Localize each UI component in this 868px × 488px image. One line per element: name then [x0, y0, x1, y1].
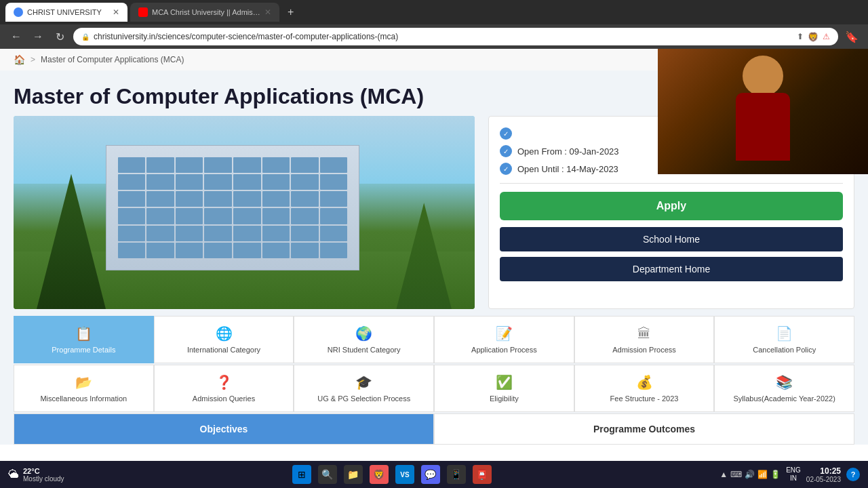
tab-close-2[interactable]: ✕ [264, 7, 271, 17]
tab-favicon-yt [138, 7, 148, 17]
cancellation-icon: 📄 [776, 325, 793, 342]
speaker-icon[interactable]: 🔊 [745, 470, 755, 479]
browser-chrome: CHRIST UNIVERSITY ✕ MCA Christ Universit… [0, 0, 868, 49]
home-icon[interactable]: 🏠 [14, 54, 25, 65]
vscode-taskbar-icon[interactable]: VS [395, 465, 414, 484]
tab-ug-pg-selection[interactable]: 🎓 UG & PG Selection Process [294, 365, 434, 412]
lock-icon: 🔒 [81, 33, 90, 41]
webcam-person [658, 49, 868, 174]
share-button[interactable]: ⬆ [797, 32, 804, 41]
app1-taskbar-icon[interactable]: 📱 [447, 465, 466, 484]
bottom-tabs: Objectives Programme Outcomes [14, 413, 854, 445]
programme-icon: 📋 [75, 325, 92, 342]
keyboard-icon: ⌨ [730, 470, 742, 479]
clock-time: 10:25 [806, 466, 841, 476]
search-taskbar-button[interactable]: 🔍 [318, 465, 337, 484]
tab-admission-queries[interactable]: ❓ Admission Queries [154, 365, 294, 412]
breadcrumb-separator: > [31, 55, 35, 64]
tab-title-2: MCA Christ University || Admission Pr... [152, 8, 260, 16]
tabs-row-1: 📋 Programme Details 🌐 International Cate… [14, 316, 854, 363]
check-icon: ✓ [500, 127, 512, 140]
apply-button[interactable]: Apply [500, 192, 843, 220]
tab-miscellaneous[interactable]: 📂 Miscellaneous Information [14, 365, 154, 412]
breadcrumb-current: Master of Computer Applications (MCA) [41, 55, 184, 64]
tab-favicon-chrome [14, 7, 23, 17]
back-button[interactable]: ← [8, 28, 24, 45]
address-bar: ← → ↻ 🔒 christuniversity.in/sciences/com… [0, 24, 868, 49]
misc-icon: 📂 [75, 374, 92, 390]
building-windows [115, 155, 351, 261]
building-image [14, 116, 475, 309]
tree-left [37, 174, 106, 310]
windows-start-button[interactable]: ⊞ [292, 465, 311, 484]
taskbar-center: ⊞ 🔍 📁 🦁 VS 💬 📱 📮 [70, 465, 715, 484]
queries-label: Admission Queries [193, 394, 255, 403]
tab-application-process[interactable]: 📝 Application Process [434, 316, 574, 363]
warning-icon[interactable]: ⚠ [823, 32, 830, 41]
lang-in: IN [786, 474, 801, 483]
tab-international-category[interactable]: 🌐 International Category [154, 316, 294, 363]
file-explorer-button[interactable]: 📁 [344, 465, 363, 484]
tab-close-1[interactable]: ✕ [113, 7, 119, 17]
language-indicator: ENG IN [786, 466, 801, 483]
fee-label: Fee Structure - 2023 [610, 394, 679, 403]
discord-taskbar-icon[interactable]: 💬 [421, 465, 440, 484]
new-tab-button[interactable]: + [282, 6, 299, 18]
bottom-tab-outcomes[interactable]: Programme Outcomes [434, 413, 854, 445]
open-until-text: Open Until : 14-May-2023 [517, 164, 618, 174]
open-until-icon: ✓ [500, 163, 512, 175]
tab-yt[interactable]: MCA Christ University || Admission Pr...… [130, 3, 279, 22]
lang-eng: ENG [786, 466, 801, 474]
tab-bar: CHRIST UNIVERSITY ✕ MCA Christ Universit… [0, 0, 868, 24]
tab-eligibility[interactable]: ✅ Eligibility [434, 365, 574, 412]
queries-icon: ❓ [216, 374, 233, 390]
tray-up-arrow[interactable]: ▲ [719, 470, 728, 479]
syllabus-label: Syllabus(Academic Year-2022) [733, 394, 835, 403]
taskbar: 🌥 22°C Mostly cloudy ⊞ 🔍 📁 🦁 VS 💬 📱 📮 ▲ … [0, 461, 868, 488]
application-label: Application Process [471, 346, 537, 354]
help-icon[interactable]: ? [846, 468, 860, 481]
tab-admission-process[interactable]: 🏛 Admission Process [574, 316, 715, 363]
webcam-overlay [658, 49, 868, 174]
international-label: International Category [187, 346, 260, 354]
admission-icon: 🏛 [637, 326, 651, 342]
weather-info: 🌥 22°C Mostly cloudy [8, 467, 64, 483]
open-from-text: Open From : 09-Jan-2023 [517, 146, 619, 157]
application-icon: 📝 [496, 325, 513, 342]
brave-icon[interactable]: 🦁 [808, 32, 818, 42]
url-text: christuniversity.in/sciences/computer-sc… [94, 32, 793, 41]
tab-title-1: CHRIST UNIVERSITY [27, 8, 108, 16]
tab-programme-details[interactable]: 📋 Programme Details [14, 316, 154, 363]
app2-taskbar-icon[interactable]: 📮 [473, 465, 492, 484]
fee-icon: 💰 [636, 374, 653, 390]
taskbar-right: ▲ ⌨ 🔊 📶 🔋 ENG IN 10:25 02-05-2023 ? [719, 466, 860, 483]
open-from-icon: ✓ [500, 145, 512, 157]
programme-label: Programme Details [52, 346, 115, 354]
bookmark-button[interactable]: 🔖 [844, 28, 860, 45]
network-icon[interactable]: 📶 [757, 470, 768, 479]
tab-nri-student-category[interactable]: 🌍 NRI Student Category [294, 316, 434, 363]
admission-label: Admission Process [612, 346, 676, 354]
divider [500, 183, 843, 184]
tab-syllabus[interactable]: 📚 Syllabus(Academic Year-2022) [714, 365, 854, 412]
school-home-button[interactable]: School Home [500, 227, 843, 251]
tab-cancellation-policy[interactable]: 📄 Cancellation Policy [714, 316, 854, 363]
reload-button[interactable]: ↻ [52, 28, 68, 45]
brave-taskbar-icon[interactable]: 🦁 [370, 465, 389, 484]
forward-button[interactable]: → [30, 28, 46, 45]
tab-fee-structure[interactable]: 💰 Fee Structure - 2023 [574, 365, 715, 412]
weather-desc: Mostly cloudy [23, 475, 64, 483]
syllabus-icon: 📚 [776, 374, 793, 390]
system-tray: ▲ ⌨ 🔊 📶 🔋 [719, 470, 781, 479]
tab-christ-university[interactable]: CHRIST UNIVERSITY ✕ [5, 3, 127, 22]
taskbar-left: 🌥 22°C Mostly cloudy [8, 467, 64, 483]
bottom-tab-objectives[interactable]: Objectives [14, 413, 434, 445]
eligibility-icon: ✅ [496, 374, 513, 390]
nri-label: NRI Student Category [328, 346, 401, 354]
url-actions: ⬆ 🦁 ⚠ [797, 32, 830, 42]
dept-home-button[interactable]: Department Home [500, 257, 843, 281]
battery-icon: 🔋 [770, 470, 781, 479]
url-bar[interactable]: 🔒 christuniversity.in/sciences/computer-… [73, 28, 838, 45]
temperature: 22°C [23, 467, 64, 475]
tabs-row-2: 📂 Miscellaneous Information ❓ Admission … [14, 365, 854, 412]
